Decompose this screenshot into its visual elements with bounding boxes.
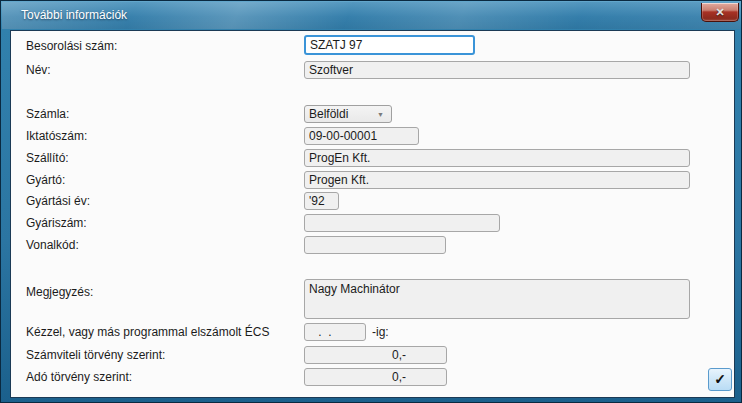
vonalkod-input[interactable]	[304, 236, 446, 254]
close-button[interactable]: ✕	[701, 3, 739, 22]
ecs-label: Kézzel, vagy más programmal elszámolt ÉC…	[26, 323, 269, 341]
nev-input[interactable]	[304, 61, 690, 79]
szamla-dropdown[interactable]: Belföldi ▼	[304, 105, 392, 123]
ecs-suffix-label: -ig:	[372, 323, 389, 341]
confirm-button[interactable]: ✓	[708, 368, 732, 391]
dialog-content-panel: Besorolási szám: Név: Számla: Belföldi ▼…	[10, 30, 735, 398]
ado-label: Adó törvény szerint:	[26, 368, 132, 386]
szamla-dropdown-value: Belföldi	[309, 107, 348, 121]
megjegyzes-label: Megjegyzés:	[26, 283, 93, 301]
dialog-window: További információk ✕ Besorolási szám: N…	[0, 0, 742, 403]
ecs-date-input[interactable]	[304, 323, 366, 341]
window-title: További információk	[21, 2, 127, 29]
szamviteli-input[interactable]	[304, 346, 447, 364]
gyariszam-input[interactable]	[304, 214, 500, 232]
szamviteli-label: Számviteli törvény szerint:	[26, 346, 165, 364]
megjegyzes-textarea[interactable]: Nagy Machinátor	[304, 279, 690, 319]
ado-input[interactable]	[304, 368, 447, 386]
iktatoszam-label: Iktatószám:	[26, 127, 87, 145]
szamla-label: Számla:	[26, 105, 69, 123]
titlebar[interactable]: További információk	[2, 2, 740, 29]
besorolasi-szam-input[interactable]	[304, 35, 475, 55]
close-icon: ✕	[715, 6, 724, 18]
gyariszam-label: Gyáriszám:	[26, 214, 87, 232]
gyarto-label: Gyártó:	[26, 171, 65, 189]
check-icon: ✓	[714, 371, 726, 387]
vonalkod-label: Vonalkód:	[26, 236, 79, 254]
gyarto-input[interactable]	[304, 171, 690, 189]
szallito-input[interactable]	[304, 149, 690, 167]
iktatoszam-input[interactable]	[304, 127, 419, 145]
szallito-label: Szállító:	[26, 149, 69, 167]
dropdown-arrow-icon: ▼	[377, 111, 384, 118]
gyartasi-ev-label: Gyártási év:	[26, 192, 90, 210]
gyartasi-ev-input[interactable]	[304, 192, 339, 210]
besorolasi-szam-label: Besorolási szám:	[26, 37, 117, 55]
nev-label: Név:	[26, 61, 51, 79]
